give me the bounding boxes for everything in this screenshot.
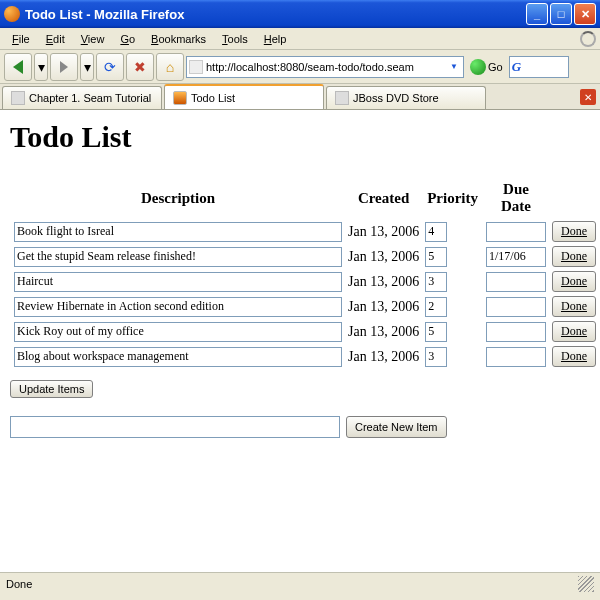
priority-input[interactable] [425, 247, 447, 267]
created-date: Jan 13, 2006 [346, 320, 421, 343]
due-date-input[interactable] [486, 322, 546, 342]
page-content: Todo List Description Created Priority D… [0, 110, 600, 572]
forward-button[interactable] [50, 53, 78, 81]
done-button[interactable]: Done [552, 321, 596, 342]
priority-input[interactable] [425, 222, 447, 242]
menu-help[interactable]: Help [256, 31, 295, 47]
close-button[interactable]: ✕ [574, 3, 596, 25]
menu-tools[interactable]: Tools [214, 31, 256, 47]
menu-go[interactable]: Go [112, 31, 143, 47]
description-input[interactable] [14, 347, 342, 367]
done-button[interactable]: Done [552, 346, 596, 367]
due-date-input[interactable] [486, 347, 546, 367]
resize-grip-icon[interactable] [578, 576, 594, 592]
go-button[interactable]: Go [466, 59, 507, 75]
throbber-icon [580, 31, 596, 47]
maximize-button[interactable]: □ [550, 3, 572, 25]
back-button[interactable] [4, 53, 32, 81]
created-date: Jan 13, 2006 [346, 245, 421, 268]
new-item-input[interactable] [10, 416, 340, 438]
table-row: Jan 13, 2006Done [12, 320, 598, 343]
navigation-toolbar: ▾ ▾ ⟳ ✖ ⌂ ▼ Go G [0, 50, 600, 84]
col-priority: Priority [423, 178, 482, 218]
col-description: Description [12, 178, 344, 218]
window-title: Todo List - Mozilla Firefox [25, 7, 524, 22]
done-button[interactable]: Done [552, 271, 596, 292]
table-row: Jan 13, 2006Done [12, 270, 598, 293]
minimize-button[interactable]: _ [526, 3, 548, 25]
stop-button[interactable]: ✖ [126, 53, 154, 81]
tab-bar: Chapter 1. Seam Tutorial Todo List JBoss… [0, 84, 600, 110]
created-date: Jan 13, 2006 [346, 270, 421, 293]
priority-input[interactable] [425, 272, 447, 292]
close-tab-button[interactable]: ✕ [580, 89, 596, 105]
forward-dropdown[interactable]: ▾ [80, 53, 94, 81]
url-input[interactable] [206, 61, 447, 73]
tab-label: Chapter 1. Seam Tutorial [29, 92, 151, 104]
menu-file[interactable]: File [4, 31, 38, 47]
tab-favicon [173, 91, 187, 105]
description-input[interactable] [14, 247, 342, 267]
tab-label: JBoss DVD Store [353, 92, 439, 104]
tab-label: Todo List [191, 92, 235, 104]
done-button[interactable]: Done [552, 221, 596, 242]
created-date: Jan 13, 2006 [346, 345, 421, 368]
tab-favicon [335, 91, 349, 105]
priority-input[interactable] [425, 322, 447, 342]
col-created: Created [346, 178, 421, 218]
firefox-icon [4, 6, 20, 22]
window-titlebar: Todo List - Mozilla Firefox _ □ ✕ [0, 0, 600, 28]
back-dropdown[interactable]: ▾ [34, 53, 48, 81]
due-date-input[interactable] [486, 297, 546, 317]
done-button[interactable]: Done [552, 246, 596, 267]
description-input[interactable] [14, 297, 342, 317]
page-heading: Todo List [10, 120, 590, 154]
create-new-item-button[interactable]: Create New Item [346, 416, 447, 438]
address-bar[interactable]: ▼ [186, 56, 464, 78]
table-row: Jan 13, 2006Done [12, 220, 598, 243]
due-date-input[interactable] [486, 222, 546, 242]
home-button[interactable]: ⌂ [156, 53, 184, 81]
menu-view[interactable]: View [73, 31, 113, 47]
status-text: Done [6, 578, 32, 590]
menu-bookmarks[interactable]: Bookmarks [143, 31, 214, 47]
reload-button[interactable]: ⟳ [96, 53, 124, 81]
done-button[interactable]: Done [552, 296, 596, 317]
tab-todo-list[interactable]: Todo List [164, 84, 324, 109]
url-dropdown[interactable]: ▼ [447, 62, 461, 71]
col-duedate: Due Date [484, 178, 548, 218]
description-input[interactable] [14, 272, 342, 292]
table-row: Jan 13, 2006Done [12, 245, 598, 268]
description-input[interactable] [14, 322, 342, 342]
menu-bar: File Edit View Go Bookmarks Tools Help [0, 28, 600, 50]
todo-table: Description Created Priority Due Date Ja… [10, 176, 600, 370]
site-favicon [189, 60, 203, 74]
go-icon [470, 59, 486, 75]
due-date-input[interactable] [486, 247, 546, 267]
due-date-input[interactable] [486, 272, 546, 292]
created-date: Jan 13, 2006 [346, 295, 421, 318]
menu-edit[interactable]: Edit [38, 31, 73, 47]
go-label: Go [488, 61, 503, 73]
tab-seam-tutorial[interactable]: Chapter 1. Seam Tutorial [2, 86, 162, 109]
tab-jboss-dvd[interactable]: JBoss DVD Store [326, 86, 486, 109]
priority-input[interactable] [425, 297, 447, 317]
update-items-button[interactable]: Update Items [10, 380, 93, 398]
table-row: Jan 13, 2006Done [12, 345, 598, 368]
description-input[interactable] [14, 222, 342, 242]
status-bar: Done [0, 572, 600, 594]
table-row: Jan 13, 2006Done [12, 295, 598, 318]
priority-input[interactable] [425, 347, 447, 367]
google-icon: G [512, 59, 521, 75]
created-date: Jan 13, 2006 [346, 220, 421, 243]
search-bar[interactable]: G [509, 56, 569, 78]
tab-favicon [11, 91, 25, 105]
